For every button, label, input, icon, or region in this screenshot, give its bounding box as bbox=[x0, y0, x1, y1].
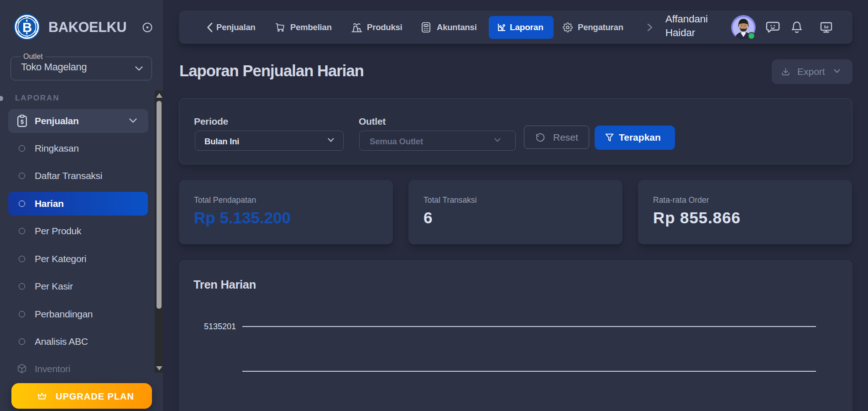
svg-text:$: $ bbox=[21, 119, 24, 125]
svg-text:B: B bbox=[22, 20, 32, 35]
